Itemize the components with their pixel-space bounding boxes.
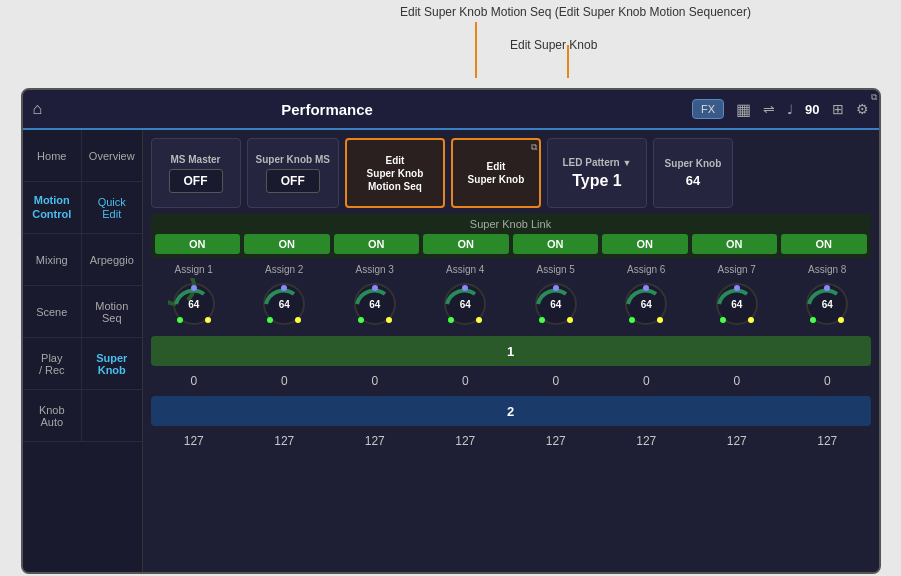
link-btn-7[interactable]: ON xyxy=(692,234,778,254)
annotation-area: Edit Super Knob Motion Seq (Edit Super K… xyxy=(0,0,901,88)
s1-val-6: 0 xyxy=(603,372,690,390)
sidebar-item-scene[interactable]: Scene MotionSeq xyxy=(23,286,142,338)
assign-7-knob[interactable]: 64 xyxy=(711,278,763,330)
led-pattern-block: LED Pattern ▼ Type 1 xyxy=(547,138,647,208)
assign-col-1: Assign 1 64 xyxy=(151,264,238,330)
super-knob-corner-icon: ⧉ xyxy=(531,142,537,153)
link-icon: ⇌ xyxy=(763,101,775,117)
section-2-values: 127 127 127 127 127 127 127 127 xyxy=(151,432,871,450)
s2-val-5: 127 xyxy=(513,432,600,450)
edit-motion-seq-label: EditSuper KnobMotion Seq xyxy=(367,154,424,193)
section-2-row: 2 xyxy=(151,396,871,426)
super-knob-val-label: Super Knob xyxy=(665,158,722,169)
tempo-value[interactable]: 90 xyxy=(805,102,819,117)
svg-point-17 xyxy=(553,285,559,291)
assign-3-knob[interactable]: 64 xyxy=(349,278,401,330)
performance-title: Performance xyxy=(52,101,602,118)
assign-col-8: Assign 8 64 xyxy=(784,264,871,330)
assign-6-value: 64 xyxy=(641,299,652,310)
s1-val-2: 0 xyxy=(241,372,328,390)
header-controls: FX ▦ ⇌ ♩ 90 ⊞ ⚙ xyxy=(692,99,869,119)
assign-7-label: Assign 7 xyxy=(718,264,756,275)
fx-button[interactable]: FX xyxy=(692,99,724,119)
assign-6-knob[interactable]: 64 xyxy=(620,278,672,330)
s2-val-4: 127 xyxy=(422,432,509,450)
section-1-label: 1 xyxy=(151,344,871,359)
assign-col-2: Assign 2 64 xyxy=(241,264,328,330)
assign-4-value: 64 xyxy=(460,299,471,310)
annotation-label-2: Edit Super Knob xyxy=(510,38,597,52)
svg-point-25 xyxy=(734,285,740,291)
assign-2-knob[interactable]: 64 xyxy=(258,278,310,330)
sidebar-left-mixing: Mixing xyxy=(23,234,83,285)
header-bar: ⌂ Performance FX ▦ ⇌ ♩ 90 ⊞ ⚙ xyxy=(23,90,879,130)
assign-3-value: 64 xyxy=(369,299,380,310)
super-knob-ms-block: Super Knob MS OFF xyxy=(247,138,339,208)
assign-1-knob[interactable]: 64 xyxy=(168,278,220,330)
sidebar-item-play-rec[interactable]: Play/ Rec SuperKnob xyxy=(23,338,142,390)
annotation-arrow-2 xyxy=(567,45,569,78)
super-knob-value-block: Super Knob 64 xyxy=(653,138,733,208)
bars-icon[interactable]: ▦ xyxy=(736,100,751,119)
sidebar-item-home[interactable]: Home Overview xyxy=(23,130,142,182)
ms-master-value[interactable]: OFF xyxy=(169,169,223,193)
sidebar-item-mixing[interactable]: Mixing Arpeggio xyxy=(23,234,142,286)
assign-3-label: Assign 3 xyxy=(356,264,394,275)
sidebar-item-motion-control[interactable]: MotionControl QuickEdit xyxy=(23,182,142,234)
settings-icon[interactable]: ⚙ xyxy=(856,101,869,117)
section-2-label: 2 xyxy=(151,404,871,419)
assign-2-label: Assign 2 xyxy=(265,264,303,275)
edit-motion-seq-block[interactable]: EditSuper KnobMotion Seq ⧉ xyxy=(345,138,445,208)
svg-point-23 xyxy=(657,317,663,323)
led-pattern-value[interactable]: Type 1 xyxy=(572,172,622,190)
svg-point-3 xyxy=(205,317,211,323)
svg-point-30 xyxy=(810,317,816,323)
edit-super-knob-label: EditSuper Knob xyxy=(468,160,525,186)
svg-point-31 xyxy=(838,317,844,323)
link-btn-4[interactable]: ON xyxy=(423,234,509,254)
link-btn-1[interactable]: ON xyxy=(155,234,241,254)
s1-val-3: 0 xyxy=(332,372,419,390)
s1-val-4: 0 xyxy=(422,372,509,390)
assign-6-label: Assign 6 xyxy=(627,264,665,275)
super-knob-ms-label: Super Knob MS xyxy=(256,154,330,165)
svg-point-5 xyxy=(281,285,287,291)
svg-point-27 xyxy=(748,317,754,323)
sidebar-left-play-rec: Play/ Rec xyxy=(23,338,83,389)
svg-point-2 xyxy=(177,317,183,323)
assign-4-knob[interactable]: 64 xyxy=(439,278,491,330)
link-buttons-container: ON ON ON ON ON ON ON ON xyxy=(155,234,867,254)
svg-point-13 xyxy=(462,285,468,291)
link-btn-2[interactable]: ON xyxy=(244,234,330,254)
super-knob-ms-value[interactable]: OFF xyxy=(266,169,320,193)
home-icon[interactable]: ⌂ xyxy=(33,100,43,118)
edit-super-knob-block[interactable]: EditSuper Knob ⧉ xyxy=(451,138,541,208)
sidebar-left-home: Home xyxy=(23,130,83,181)
section-1-row: 1 xyxy=(151,336,871,366)
sidebar-left-scene: Scene xyxy=(23,286,83,337)
assign-5-knob[interactable]: 64 xyxy=(530,278,582,330)
link-btn-8[interactable]: ON xyxy=(781,234,867,254)
assign-8-knob[interactable]: 64 xyxy=(801,278,853,330)
link-btn-6[interactable]: ON xyxy=(602,234,688,254)
svg-point-26 xyxy=(720,317,726,323)
assign-1-label: Assign 1 xyxy=(175,264,213,275)
s2-val-2: 127 xyxy=(241,432,328,450)
svg-point-15 xyxy=(476,317,482,323)
top-controls-row: MS Master OFF Super Knob MS OFF EditSupe… xyxy=(151,138,871,208)
link-btn-5[interactable]: ON xyxy=(513,234,599,254)
s2-val-1: 127 xyxy=(151,432,238,450)
sidebar-item-knob-auto[interactable]: KnobAuto xyxy=(23,390,142,442)
super-knob-val[interactable]: 64 xyxy=(686,173,700,188)
assign-col-3: Assign 3 64 xyxy=(332,264,419,330)
assign-2-value: 64 xyxy=(279,299,290,310)
link-btn-3[interactable]: ON xyxy=(334,234,420,254)
grid-icon[interactable]: ⊞ xyxy=(832,101,844,117)
super-knob-link-label: Super Knob Link xyxy=(155,218,867,230)
annotation-label-1: Edit Super Knob Motion Seq (Edit Super K… xyxy=(400,5,751,19)
device-frame: ⌂ Performance FX ▦ ⇌ ♩ 90 ⊞ ⚙ Home Overv… xyxy=(21,88,881,574)
assign-5-value: 64 xyxy=(550,299,561,310)
assign-col-5: Assign 5 64 xyxy=(513,264,600,330)
assign-5-label: Assign 5 xyxy=(537,264,575,275)
svg-point-21 xyxy=(643,285,649,291)
